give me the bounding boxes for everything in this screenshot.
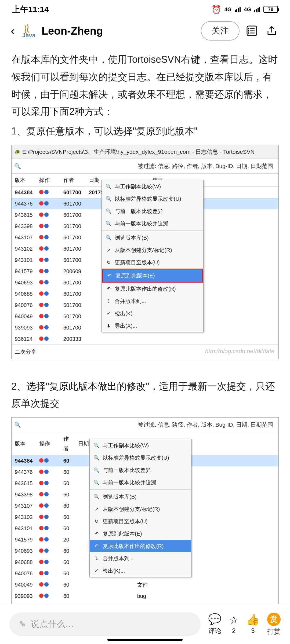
menu-item-icon: 🔍: [106, 208, 111, 214]
context-menu-1[interactable]: 🔍与工作副本比较(W)🔍以标准差异格式显示改变(U)🔍与前一版本比较差异🔍与前一…: [102, 180, 204, 332]
menu-item[interactable]: 🔍浏览版本库(B): [90, 491, 191, 503]
menu-item-icon: ↗: [93, 506, 99, 512]
menu-item-label: 复原此版本作出的修改(R): [103, 541, 164, 551]
menu-item[interactable]: ↗从版本创建分支/标记(R): [90, 503, 191, 515]
reward-icon: 赏: [267, 613, 281, 626]
menu-item-icon: ↗: [106, 247, 111, 253]
menu-item-label: 检出(K)...: [103, 566, 125, 576]
menu-item[interactable]: ↶复原到此版本(E): [102, 269, 203, 283]
menu-item[interactable]: 🔍以标准差异格式显示改变(U): [102, 193, 203, 205]
article-content: 在版本库的文件夹中，使用TortoiseSVN右键，查看日志。这时候我们可以看到…: [0, 43, 290, 644]
status-right: ⏰ 4G 4G 78: [211, 5, 278, 14]
svg-text:Java: Java: [22, 32, 36, 39]
back-icon[interactable]: ‹: [11, 24, 15, 38]
share-icon[interactable]: [264, 23, 279, 38]
menu-item[interactable]: ⬇导出(X)...: [102, 320, 203, 332]
menu-item-label: 更新项目至版本(U): [115, 258, 160, 267]
menu-item-icon: ↶: [106, 273, 112, 279]
menu-item-label: 更新项目至版本(U): [103, 517, 148, 526]
tortoise-icon: 🐢: [14, 148, 20, 156]
menu-item-icon: 🔍: [93, 494, 99, 500]
author-name[interactable]: Leon-Zheng: [42, 25, 196, 37]
col-version[interactable]: 版本: [12, 432, 36, 455]
menu-item-icon: ✓: [106, 310, 111, 316]
menu-item[interactable]: ⤵合并版本到...: [90, 552, 191, 565]
home-indicator[interactable]: [107, 639, 183, 641]
filter-bar: 🔍 被过滤: 信息, 路径, 作者, 版本, Bug-ID, 日期, 日期范围: [12, 159, 278, 174]
menu-item-label: 浏览版本库(B): [103, 492, 137, 502]
filter-text: 被过滤: 信息, 路径, 作者, 版本, Bug-ID, 日期, 日期范围: [24, 420, 276, 430]
app-header: ‹ Java Leon-Zheng 关注: [0, 19, 290, 43]
comment-input[interactable]: ✎ 说点什么…: [9, 612, 201, 636]
search-icon[interactable]: 🔍: [14, 161, 21, 171]
menu-item-icon: ↻: [106, 259, 111, 265]
col-operation[interactable]: 操作: [36, 174, 60, 187]
follow-button[interactable]: 关注: [201, 21, 240, 41]
search-icon[interactable]: 🔍: [14, 420, 21, 430]
paragraph-2: 1、复原任意版本，可以选择"复原到此版本": [11, 123, 279, 140]
menu-item[interactable]: 🔍以标准差异格式显示改变(U): [90, 452, 191, 464]
col-version[interactable]: 版本: [12, 174, 36, 187]
menu-item-icon: ✓: [93, 568, 99, 574]
col-author[interactable]: 作者: [60, 432, 75, 455]
signal-label-2: 4G: [244, 6, 251, 13]
menu-item-label: 与工作副本比较(W): [115, 182, 161, 191]
menu-item-label: 检出(K)...: [115, 309, 137, 318]
menu-item[interactable]: ✓检出(K)...: [102, 307, 203, 320]
table-row[interactable]: 936124200333: [12, 333, 278, 345]
menu-item[interactable]: 🔍与前一版本比较差异: [90, 464, 191, 476]
comment-placeholder: 说点什么…: [31, 618, 74, 630]
table-row[interactable]: 94004960文件: [12, 579, 278, 590]
menu-item[interactable]: 🔍与工作副本比较(W): [90, 439, 191, 452]
menu-item[interactable]: ↻更新项目至版本(U): [102, 256, 203, 269]
svn-title-text: E:\Projects\SVNProjects\3、生产环境\hy_yddx_d…: [22, 147, 255, 157]
menu-item[interactable]: ✓检出(K)...: [90, 565, 191, 577]
menu-item-label: 与工作副本比较(W): [103, 441, 149, 450]
java-logo-icon[interactable]: Java: [20, 22, 37, 39]
filter-bar-2: 🔍 被过滤: 信息, 路径, 作者, 版本, Bug-ID, 日期, 日期范围: [12, 418, 278, 432]
col-author[interactable]: 作者: [60, 174, 86, 187]
menu-item-icon: ↶: [93, 543, 99, 549]
svg-point-7: [248, 33, 249, 33]
menu-item[interactable]: ↶复原此版本作出的修改(R): [102, 283, 203, 295]
menu-item[interactable]: 🔍与工作副本比较(W): [102, 180, 203, 193]
menu-item-label: 从版本创建分支/标记(R): [103, 504, 160, 514]
bookmark-button[interactable]: ☆ 2: [229, 614, 239, 635]
menu-item-label: 复原到此版本(E): [115, 271, 155, 280]
list-icon[interactable]: [244, 23, 259, 38]
menu-item[interactable]: ↻更新项目至版本(U): [90, 515, 191, 528]
like-button[interactable]: 👍 3: [246, 613, 260, 635]
signal-label-1: 4G: [224, 6, 232, 13]
comment-button[interactable]: 💬 评论: [208, 613, 222, 635]
menu-item[interactable]: 🔍与前一版本比较并追溯: [90, 476, 191, 489]
battery-icon: 78: [263, 6, 278, 13]
svn-window-title: 🐢 E:\Projects\SVNProjects\3、生产环境\hy_yddx…: [12, 145, 278, 159]
menu-item[interactable]: ⤵合并版本到...: [102, 295, 203, 307]
menu-item-icon: 🔍: [106, 235, 111, 241]
menu-item-icon: ↶: [106, 286, 111, 292]
context-menu-2[interactable]: 🔍与工作副本比较(W)🔍以标准差异格式显示改变(U)🔍与前一版本比较差异🔍与前一…: [89, 439, 191, 577]
menu-item-label: 复原到此版本(E): [103, 529, 142, 539]
comment-icon: 💬: [208, 613, 222, 625]
menu-item[interactable]: 🔍浏览版本库(B): [102, 232, 203, 244]
menu-item-label: 导出(X)...: [115, 321, 137, 331]
menu-item-icon: ⤵: [93, 555, 99, 561]
menu-item-label: 以标准差异格式显示改变(U): [115, 194, 181, 204]
reward-button[interactable]: 赏 打赏: [267, 613, 281, 636]
menu-item[interactable]: 🔍与前一版本比较并追溯: [102, 217, 203, 230]
watermark: http://blog.csdn.net/difffate: [205, 346, 274, 357]
menu-item[interactable]: ↗从版本创建分支/标记(R): [102, 244, 203, 256]
svn-log-window-2: 🔍 被过滤: 信息, 路径, 作者, 版本, Bug-ID, 日期, 日期范围 …: [11, 417, 279, 624]
menu-item-icon: 🔍: [93, 467, 99, 473]
menu-item-icon: 🔍: [106, 184, 111, 189]
menu-item[interactable]: ↶复原此版本作出的修改(R): [90, 540, 191, 552]
col-operation[interactable]: 操作: [36, 432, 60, 455]
table-row[interactable]: 93909360bug: [12, 590, 278, 602]
menu-item-icon: 🔍: [93, 455, 99, 461]
menu-item[interactable]: ↶复原到此版本(E): [90, 528, 191, 540]
signal-icon: [235, 7, 241, 12]
menu-item-label: 与前一版本比较并追溯: [103, 478, 156, 487]
signal-icon-2: [254, 7, 260, 12]
menu-item-label: 与前一版本比较差异: [103, 465, 151, 475]
menu-item[interactable]: 🔍与前一版本比较差异: [102, 205, 203, 217]
